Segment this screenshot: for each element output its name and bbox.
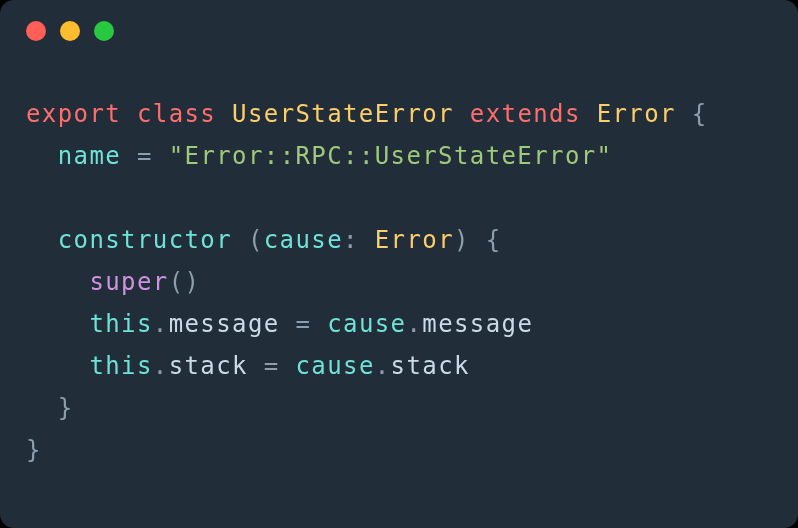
code-token [26,310,89,338]
code-line: this.message = cause.message [26,310,533,338]
code-token [26,352,89,380]
code-block: export class UserStateError extends Erro… [0,34,798,472]
code-token: stack [391,352,470,380]
code-token [121,142,137,170]
code-token: . [406,310,422,338]
code-token: extends [470,100,581,128]
code-token: = [264,352,280,380]
code-token [232,226,248,254]
code-token: UserStateError [232,100,454,128]
code-token: cause [264,226,343,254]
code-token: name [58,142,121,170]
code-content: export class UserStateError extends Erro… [26,100,708,464]
code-token: message [422,310,533,338]
code-token [454,100,470,128]
code-token: } [58,394,74,422]
code-line: } [26,436,42,464]
code-token [359,226,375,254]
code-token [121,100,137,128]
code-token [153,142,169,170]
code-line: super() [26,268,200,296]
code-token: cause [296,352,375,380]
code-token: = [137,142,153,170]
code-token: } [26,436,42,464]
code-token: cause [327,310,406,338]
code-token [311,310,327,338]
code-token: . [153,310,169,338]
code-token: stack [169,352,248,380]
code-token: export [26,100,121,128]
code-line: this.stack = cause.stack [26,352,470,380]
code-token: . [153,352,169,380]
code-token [676,100,692,128]
code-token [26,394,58,422]
traffic-light-zoom-icon[interactable] [94,21,114,41]
code-window: export class UserStateError extends Erro… [0,0,798,528]
code-token: ( [248,226,264,254]
code-token: = [295,310,311,338]
code-line: name = "Error::RPC::UserStateError" [26,142,612,170]
code-token: Error [375,226,454,254]
code-token: . [375,352,391,380]
code-token: super [89,268,168,296]
code-token [581,100,597,128]
code-token [26,226,58,254]
code-token [248,352,264,380]
code-token: this [89,352,152,380]
code-token: message [169,310,280,338]
traffic-light-minimize-icon[interactable] [60,21,80,41]
code-token [26,268,89,296]
code-token: : [343,226,359,254]
code-token: this [89,310,152,338]
code-token [470,226,486,254]
window-titlebar [0,0,798,34]
code-token: "Error::RPC::UserStateError" [169,142,613,170]
code-token: class [137,100,216,128]
code-token: { [692,100,708,128]
code-token [280,352,296,380]
traffic-light-close-icon[interactable] [26,21,46,41]
code-token: Error [597,100,676,128]
code-token: { [486,226,502,254]
code-token [280,310,296,338]
code-token: () [169,268,201,296]
code-token [216,100,232,128]
code-token [26,142,58,170]
code-token: constructor [58,226,232,254]
code-line: export class UserStateError extends Erro… [26,100,708,128]
code-token: ) [454,226,470,254]
code-line: constructor (cause: Error) { [26,226,502,254]
code-line: } [26,394,74,422]
